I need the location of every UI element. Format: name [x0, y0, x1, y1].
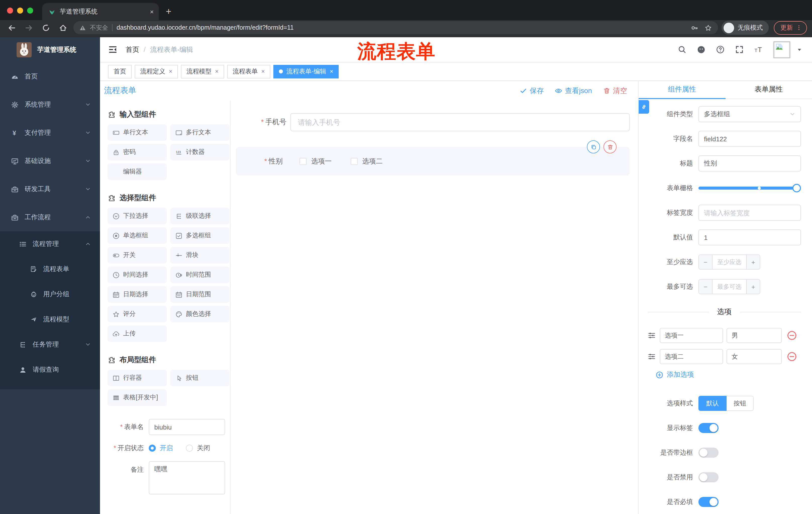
- sidebar-item-首页[interactable]: 首页: [0, 62, 100, 90]
- palette-item-编辑器[interactable]: 编辑器: [108, 163, 167, 180]
- sidebar-item-支付管理[interactable]: ¥支付管理: [0, 119, 100, 147]
- palette-item-颜色选择[interactable]: 颜色选择: [170, 306, 230, 322]
- browser-update-button[interactable]: 更新: [774, 21, 807, 34]
- browser-menu-icon[interactable]: [796, 25, 802, 31]
- phone-input[interactable]: [290, 113, 630, 131]
- checkbox-icon[interactable]: [300, 158, 307, 165]
- palette-item-按钮[interactable]: 按钮: [170, 370, 230, 386]
- help-icon[interactable]: [716, 45, 725, 54]
- palette-item-密码[interactable]: 密码: [108, 144, 167, 160]
- sidebar-logo[interactable]: 芋道管理系统: [0, 37, 100, 62]
- plus-button[interactable]: +: [746, 255, 760, 269]
- sidebar-item-研发工具[interactable]: 研发工具: [0, 175, 100, 203]
- tag-close-icon[interactable]: ×: [261, 68, 265, 75]
- url-bar[interactable]: 不安全 dashboard.yudao.iocoder.cn/bpm/manag…: [74, 21, 718, 34]
- toggle-是否带边框[interactable]: [698, 448, 719, 458]
- tab-表单属性[interactable]: 表单属性: [725, 81, 812, 99]
- minus-button[interactable]: −: [699, 255, 713, 269]
- tag-close-icon[interactable]: ×: [169, 68, 172, 75]
- palette-item-时间范围[interactable]: 时间范围: [170, 267, 230, 283]
- status-radio-on[interactable]: 开启: [149, 443, 173, 453]
- tab-组件属性[interactable]: 组件属性: [639, 81, 725, 99]
- palette-item-下拉选择[interactable]: 下拉选择: [108, 208, 167, 224]
- minus-button[interactable]: −: [699, 280, 713, 294]
- reload-icon[interactable]: [42, 23, 50, 32]
- tab-close-icon[interactable]: ×: [150, 8, 154, 15]
- option-value-input[interactable]: [727, 328, 782, 343]
- palette-item-多行文本[interactable]: 多行文本: [170, 124, 230, 141]
- palette-item-评分[interactable]: 评分: [108, 306, 167, 322]
- max-select-input[interactable]: [713, 280, 746, 294]
- form-name-input[interactable]: [149, 419, 225, 435]
- palette-item-单行文本[interactable]: 单行文本: [108, 124, 167, 141]
- option-label-input[interactable]: [660, 349, 723, 364]
- clear-button[interactable]: 清空: [603, 86, 627, 95]
- sidebar-collapse-icon[interactable]: [108, 45, 118, 54]
- checkbox-option-1[interactable]: 选项一: [300, 157, 331, 166]
- component-type-select[interactable]: 多选框组: [698, 106, 801, 122]
- sidebar-item-请假查询[interactable]: 请假查询: [0, 357, 100, 382]
- back-icon[interactable]: [7, 23, 16, 32]
- window-controls[interactable]: [0, 7, 42, 20]
- forward-icon[interactable]: [25, 23, 33, 32]
- palette-item-日期范围[interactable]: 日期范围: [170, 286, 230, 303]
- drag-handle-icon[interactable]: [648, 331, 656, 340]
- palette-item-开关[interactable]: 开关: [108, 247, 167, 264]
- save-button[interactable]: 保存: [520, 86, 544, 95]
- search-icon[interactable]: [678, 45, 686, 54]
- palette-item-多选框组[interactable]: 多选框组: [170, 227, 230, 244]
- minimize-window-button[interactable]: [17, 7, 23, 13]
- link-chip-button[interactable]: [639, 100, 649, 114]
- close-window-button[interactable]: [7, 7, 13, 13]
- tag-流程表单[interactable]: 流程表单×: [227, 64, 270, 78]
- checkbox-option-2[interactable]: 选项二: [351, 157, 383, 166]
- grid-slider[interactable]: [698, 187, 796, 190]
- url-text[interactable]: dashboard.yudao.iocoder.cn/bpm/manager/f…: [117, 24, 687, 31]
- palette-item-时间选择[interactable]: 时间选择: [108, 267, 167, 283]
- status-radio-off[interactable]: 关闭: [186, 443, 210, 453]
- plus-button[interactable]: +: [746, 280, 760, 294]
- remark-textarea[interactable]: 嘿嘿: [149, 461, 225, 494]
- new-tab-button[interactable]: +: [166, 6, 171, 17]
- home-icon[interactable]: [59, 23, 67, 32]
- label-width-input[interactable]: [698, 205, 801, 221]
- title-input[interactable]: [698, 155, 801, 171]
- palette-item-单选框组[interactable]: 单选框组: [108, 227, 167, 244]
- palette-item-上传[interactable]: 上传: [108, 325, 167, 342]
- remove-option-icon[interactable]: [787, 330, 797, 341]
- option-style-default-button[interactable]: 默认: [698, 396, 727, 411]
- drag-handle-icon[interactable]: [648, 353, 656, 360]
- toggle-显示标签[interactable]: [698, 423, 719, 433]
- security-warning-icon[interactable]: [79, 24, 86, 31]
- default-value-input[interactable]: [698, 229, 801, 245]
- sidebar-item-系统管理[interactable]: 系统管理: [0, 90, 100, 119]
- option-label-input[interactable]: [660, 328, 723, 343]
- user-avatar[interactable]: [773, 41, 790, 58]
- palette-item-计数器[interactable]: 123计数器: [170, 144, 230, 160]
- browser-tab[interactable]: 芋道管理系统 ×: [42, 3, 159, 20]
- sidebar-item-流程管理[interactable]: 流程管理: [0, 231, 100, 256]
- option-value-input[interactable]: [727, 349, 782, 364]
- password-key-icon[interactable]: [691, 24, 698, 31]
- breadcrumb-home[interactable]: 首页: [126, 45, 139, 54]
- phone-field-row[interactable]: *手机号: [236, 113, 630, 131]
- tag-流程定义[interactable]: 流程定义×: [135, 64, 178, 78]
- fullscreen-icon[interactable]: [735, 45, 744, 54]
- tag-流程表单-编辑[interactable]: 流程表单-编辑×: [273, 64, 339, 78]
- font-size-icon[interactable]: TT: [754, 45, 763, 54]
- remove-option-icon[interactable]: [787, 352, 797, 361]
- option-style-button-button[interactable]: 按钮: [727, 396, 754, 411]
- sidebar-item-工作流程[interactable]: 工作流程: [0, 203, 100, 231]
- checkbox-icon[interactable]: [351, 158, 358, 165]
- palette-item-级联选择[interactable]: 级联选择: [170, 208, 230, 224]
- maximize-window-button[interactable]: [27, 7, 33, 13]
- sidebar-item-流程表单[interactable]: 流程表单: [0, 256, 100, 282]
- sidebar-item-流程模型[interactable]: 流程模型: [0, 307, 100, 332]
- palette-item-行容器[interactable]: 行容器: [108, 370, 167, 386]
- view-json-button[interactable]: 查看json: [555, 86, 592, 95]
- add-option-button[interactable]: 添加选项: [656, 370, 801, 379]
- min-select-input[interactable]: [713, 255, 746, 269]
- sidebar-item-基础设施[interactable]: 基础设施: [0, 147, 100, 175]
- toggle-是否禁用[interactable]: [698, 472, 719, 482]
- tag-流程模型[interactable]: 流程模型×: [181, 64, 224, 78]
